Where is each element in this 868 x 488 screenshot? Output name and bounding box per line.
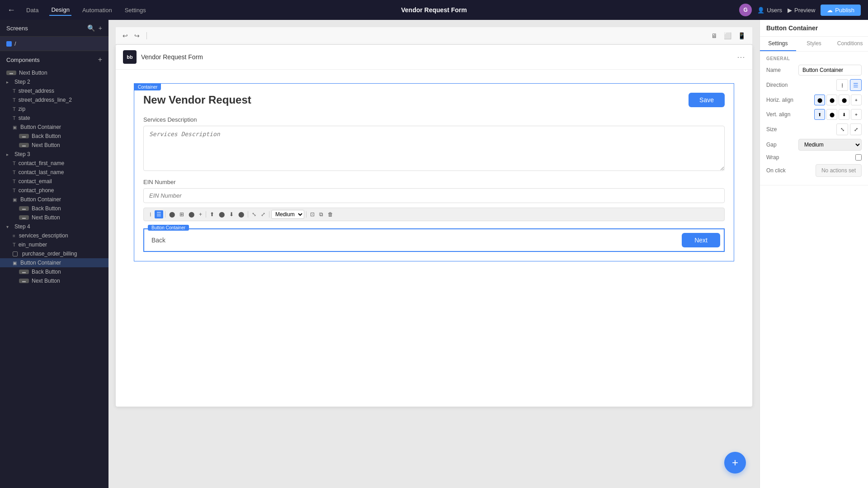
tree-item-step2[interactable]: ▸ Step 2	[0, 77, 108, 86]
desktop-view-button[interactable]: 🖥	[710, 31, 719, 41]
vert-align-expand[interactable]: +	[851, 109, 862, 120]
direction-vertical-btn[interactable]: ⫶	[836, 79, 848, 91]
tree-item-state[interactable]: T state	[0, 114, 108, 123]
undo-button[interactable]: ↩	[121, 31, 129, 41]
et-align-center[interactable]: ⊞	[178, 210, 186, 218]
tree-item-back-btn-step4[interactable]: ▬ Back Button	[0, 267, 108, 276]
et-expand[interactable]: ⬤	[236, 210, 246, 218]
rp-vert-align-label: Vert. align	[766, 111, 790, 118]
tree-item-contact-phone[interactable]: T contact_phone	[0, 186, 108, 195]
users-button[interactable]: 👤 Users	[757, 7, 782, 14]
add-component-icon[interactable]: +	[98, 56, 102, 64]
horiz-align-center[interactable]: ⬤	[826, 95, 837, 105]
add-screen-icon[interactable]: +	[99, 24, 102, 32]
horiz-align-left[interactable]: ⬤	[814, 95, 825, 105]
preview-button[interactable]: ▶ Preview	[788, 7, 815, 14]
rp-tab-settings[interactable]: Settings	[760, 37, 796, 51]
et-size-1[interactable]: ⤡	[250, 210, 258, 218]
search-icon[interactable]: 🔍	[87, 24, 95, 32]
tree-item-next-btn-step2[interactable]: ▬ Next Button	[0, 141, 108, 150]
tree-item-back-btn-step3[interactable]: ▬ Back Button	[0, 204, 108, 213]
tree-item-step3[interactable]: ▸ Step 3	[0, 150, 108, 159]
tablet-view-button[interactable]: ⬜	[722, 31, 733, 41]
size-buttons: ⤡ ⤢	[836, 123, 862, 135]
ein-input[interactable]	[143, 188, 725, 203]
et-valign-top[interactable]: ⬆	[208, 210, 216, 218]
container-label: Container	[134, 84, 161, 90]
vert-align-mid[interactable]: ⬤	[826, 109, 837, 120]
rp-wrap-checkbox[interactable]	[855, 154, 862, 161]
fab-button[interactable]: +	[724, 452, 746, 474]
nav-tab-design[interactable]: Design	[49, 5, 71, 16]
element-toolbar: ⫶ ☰ ⬤ ⊞ ⬤ + ⬆ ⬤ ⬇ ⬤ ⤡ ⤢	[143, 208, 725, 221]
tree-item-ein[interactable]: T ein_number	[0, 240, 108, 249]
page-title: Vendor Request Form	[401, 6, 467, 14]
tree-item-next-button-top[interactable]: ▬ Next Button	[0, 68, 108, 77]
back-button[interactable]: ←	[7, 5, 15, 15]
tree-item-btn-container-step2[interactable]: ▣ Button Container	[0, 123, 108, 132]
nav-tab-data[interactable]: Data	[24, 5, 40, 15]
et-align-right[interactable]: ⬤	[187, 210, 196, 218]
tree-item-contact-first[interactable]: T contact_first_name	[0, 159, 108, 168]
rp-gap-select[interactable]: SmallMediumLarge	[798, 139, 862, 151]
redo-button[interactable]: ↪	[133, 31, 141, 41]
et-align-justify[interactable]: +	[197, 210, 204, 218]
button-icon-s4b: ▬	[19, 270, 29, 274]
tree-item-btn-container-step4[interactable]: ▣ Button Container	[0, 258, 108, 267]
no-actions-badge[interactable]: No actions set	[816, 164, 862, 177]
form-heading: New Vendor Request	[143, 94, 251, 106]
vert-align-top[interactable]: ⬆	[814, 109, 825, 120]
et-valign-bot[interactable]: ⬇	[227, 210, 236, 218]
tree-item-services-desc[interactable]: ≡ services_description	[0, 231, 108, 240]
size-btn-1[interactable]: ⤡	[836, 123, 848, 135]
horiz-align-right[interactable]: ⬤	[839, 95, 849, 105]
et-size-2[interactable]: ⤢	[259, 210, 267, 218]
button-icon-6: ▬	[19, 143, 29, 147]
screen-dot	[6, 41, 12, 47]
next-button-form[interactable]: Next	[682, 233, 720, 247]
et-sep-4	[269, 211, 269, 218]
back-button-form[interactable]: Back	[148, 233, 169, 247]
services-desc-textarea[interactable]: <span data-bind="canvas.servicesDescPlac…	[143, 126, 725, 171]
tree-item-next-btn-step3[interactable]: ▬ Next Button	[0, 213, 108, 222]
center-area: ↩ ↪ 🖥 ⬜ 📱 bb Vendor Request Form ⋯ Conta…	[108, 20, 760, 488]
tree-item-contact-email[interactable]: T contact_email	[0, 177, 108, 186]
et-copy[interactable]: ⧉	[317, 210, 325, 218]
nav-tab-settings[interactable]: Settings	[123, 5, 148, 15]
tree-item-back-btn-step2[interactable]: ▬ Back Button	[0, 132, 108, 141]
direction-horizontal-btn[interactable]: ☰	[850, 79, 862, 91]
et-valign-mid[interactable]: ⬤	[217, 210, 226, 218]
button-container[interactable]: Button Container Back Next	[143, 228, 725, 252]
tree-item-btn-container-step3[interactable]: ▣ Button Container	[0, 195, 108, 204]
tree-item-step4[interactable]: ▾ Step 4	[0, 222, 108, 231]
et-gap-select[interactable]: SmallMediumLarge	[271, 210, 304, 219]
et-horizontal-btn[interactable]: ☰	[155, 210, 163, 218]
save-button[interactable]: Save	[689, 93, 725, 107]
rp-tab-conditions[interactable]: Conditions	[832, 37, 868, 51]
horiz-align-expand[interactable]: +	[851, 95, 862, 105]
mobile-view-button[interactable]: 📱	[736, 31, 747, 41]
tree-item-next-btn-step4[interactable]: ▬ Next Button	[0, 276, 108, 285]
screen-item-root[interactable]: /	[0, 37, 108, 51]
text-icon-ein: T	[13, 242, 16, 247]
rp-tab-styles[interactable]: Styles	[796, 37, 832, 51]
et-align-left[interactable]: ⬤	[167, 210, 177, 218]
text-icon-s3c: T	[13, 179, 16, 184]
et-vertical-btn[interactable]: ⫶	[147, 210, 154, 218]
tree-item-contact-last[interactable]: T contact_last_name	[0, 168, 108, 177]
tree-item-zip[interactable]: T zip	[0, 104, 108, 114]
nav-tab-automation[interactable]: Automation	[80, 5, 114, 15]
rp-name-input[interactable]	[798, 65, 862, 76]
textarea-icon: ≡	[13, 233, 15, 238]
publish-button[interactable]: ☁ Publish	[821, 5, 861, 16]
et-layout-1[interactable]: ⊡	[308, 210, 316, 218]
chevron-right-icon-4: ▾	[6, 224, 12, 229]
tree-item-street-address[interactable]: T street_address	[0, 86, 108, 95]
tree-item-street-address-2[interactable]: T street_address_line_2	[0, 95, 108, 104]
tree-item-purchase-order[interactable]: purchase_order_billing	[0, 249, 108, 258]
vert-align-bot[interactable]: ⬇	[839, 109, 849, 120]
et-delete[interactable]: 🗑	[326, 210, 335, 218]
canvas-dots-menu[interactable]: ⋯	[737, 52, 745, 62]
et-sep-5	[306, 211, 307, 218]
size-btn-2[interactable]: ⤢	[850, 123, 862, 135]
